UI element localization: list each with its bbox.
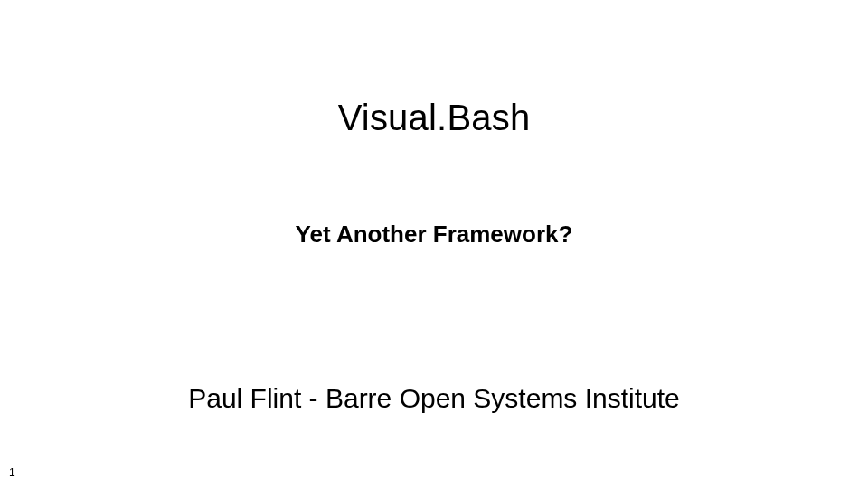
slide-subtitle: Yet Another Framework?	[0, 221, 868, 249]
page-number: 1	[9, 466, 15, 479]
slide-title: Visual.Bash	[0, 98, 868, 138]
slide-author: Paul Flint - Barre Open Systems Institut…	[0, 383, 868, 414]
slide: Visual.Bash Yet Another Framework? Paul …	[0, 0, 868, 488]
